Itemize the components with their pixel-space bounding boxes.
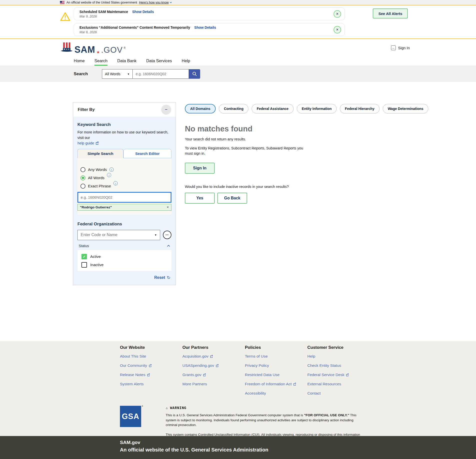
checkbox-active[interactable]: ✓ Active bbox=[81, 254, 167, 259]
footer-link-accessibility[interactable]: Accessibility bbox=[245, 391, 307, 396]
footer-link-foia[interactable]: Freedom of Information Act bbox=[245, 382, 307, 386]
info-icon[interactable]: i bbox=[109, 167, 114, 172]
alert-show-details-link[interactable]: Show Details bbox=[132, 10, 154, 14]
footer-link-about-this-site[interactable]: About This Site bbox=[120, 354, 182, 359]
radio-button[interactable] bbox=[80, 167, 85, 172]
warning-title: ⚠ WARNING bbox=[166, 406, 364, 410]
footer-link-columns: Our Website About This Site Our Communit… bbox=[120, 345, 476, 400]
federal-org-combobox[interactable]: Enter Code or Name ▼ bbox=[77, 230, 160, 240]
nav-item-search[interactable]: Search bbox=[94, 56, 107, 66]
info-icon[interactable]: i bbox=[107, 173, 111, 177]
footer-link-external-resources[interactable]: External Resources bbox=[307, 382, 370, 386]
footer-link-restricted-data-use[interactable]: Restricted Data Use bbox=[245, 373, 307, 377]
sign-in-button[interactable]: Sign In bbox=[185, 163, 215, 174]
radio-button-selected[interactable] bbox=[80, 175, 85, 180]
footer-link-system-alerts[interactable]: System Alerts bbox=[120, 382, 182, 386]
footer-col-customer-service: Customer Service Help Check Entity Statu… bbox=[307, 345, 370, 400]
external-link-icon bbox=[149, 364, 152, 367]
footer-link-privacy-policy[interactable]: Privacy Policy bbox=[245, 363, 307, 368]
logo-registered-mark: ® bbox=[124, 46, 125, 49]
footer-link-grants-gov[interactable]: Grants.gov bbox=[182, 373, 245, 377]
footer-heading: Our Partners bbox=[182, 345, 245, 350]
no-results-message: Your search did not return any results. bbox=[185, 137, 428, 141]
include-inactive-question: Would you like to include inactive recor… bbox=[185, 185, 428, 189]
pill-contracting[interactable]: Contracting bbox=[219, 104, 249, 113]
status-section-header[interactable]: Status bbox=[77, 244, 171, 248]
filter-collapse-button[interactable]: − bbox=[161, 105, 171, 115]
check-icon: ✓ bbox=[83, 255, 86, 259]
results-section: All Domains Contracting Federal Assistan… bbox=[185, 102, 428, 204]
checkbox-unchecked[interactable] bbox=[81, 262, 87, 268]
footer-link-federal-service-desk[interactable]: Federal Service Desk bbox=[307, 373, 370, 377]
footer-link-usaspending-gov[interactable]: USASpending.gov bbox=[182, 363, 245, 368]
alert-show-details-link[interactable]: Show Details bbox=[194, 25, 216, 29]
chip-remove-icon[interactable]: ✕ bbox=[167, 206, 169, 209]
footer-link-acquisition-gov[interactable]: Acquisition.gov bbox=[182, 354, 245, 359]
footer-heading: Our Website bbox=[120, 345, 182, 350]
info-icon[interactable]: i bbox=[113, 181, 118, 185]
sam-gov-logo[interactable]: SAM ★ .GOV ® bbox=[60, 42, 125, 54]
alert-title: Scheduled SAM Maintenance bbox=[79, 10, 128, 14]
dark-footer-subtitle: An official website of the U.S. General … bbox=[120, 447, 476, 453]
search-type-select[interactable]: All Words ▼ bbox=[102, 69, 133, 79]
chevron-up-icon bbox=[167, 245, 170, 247]
sign-in-required-message: To view Entity Registrations, Subcontrac… bbox=[185, 146, 310, 156]
nav-item-help[interactable]: Help bbox=[182, 56, 190, 66]
yes-button[interactable]: Yes bbox=[185, 193, 215, 204]
tab-search-editor[interactable]: Search Editor bbox=[123, 149, 171, 158]
search-bar: Search All Words ▼ bbox=[0, 66, 476, 82]
header-sign-in-link[interactable]: ← Sign In bbox=[391, 45, 410, 50]
warning-triangle-icon bbox=[60, 12, 70, 21]
checkbox-checked[interactable]: ✓ bbox=[81, 254, 87, 259]
footer-heading: Policies bbox=[245, 345, 307, 350]
footer-col-our-website: Our Website About This Site Our Communit… bbox=[120, 345, 182, 400]
select-caret-icon: ▼ bbox=[154, 234, 157, 236]
footer-heading: Customer Service bbox=[307, 345, 370, 350]
tab-simple-search[interactable]: Simple Search bbox=[77, 149, 123, 158]
reset-row: Reset ↻ bbox=[77, 275, 171, 280]
global-search-input[interactable] bbox=[133, 69, 189, 79]
radio-any-words[interactable]: Any Words i bbox=[80, 167, 171, 172]
radio-exact-phrase[interactable]: Exact Phrase i bbox=[80, 184, 171, 189]
pill-federal-hierarchy[interactable]: Federal Hierarchy bbox=[340, 104, 379, 113]
keyword-input[interactable] bbox=[77, 192, 171, 203]
select-caret-icon: ▼ bbox=[127, 73, 130, 75]
see-all-alerts-button[interactable]: See All Alerts bbox=[373, 8, 408, 18]
radio-all-words[interactable]: All Words i bbox=[80, 175, 171, 180]
nav-item-data-services[interactable]: Data Services bbox=[146, 56, 172, 66]
nav-item-data-bank[interactable]: Data Bank bbox=[117, 56, 136, 66]
pill-federal-assistance[interactable]: Federal Assistance bbox=[252, 104, 293, 113]
pill-entity-information[interactable]: Entity Information bbox=[297, 104, 337, 113]
pill-wage-determinations[interactable]: Wage Determinations bbox=[383, 104, 429, 113]
footer-link-help[interactable]: Help bbox=[307, 354, 370, 359]
alert-close-button[interactable]: ✕ bbox=[334, 26, 341, 33]
keyword-search-info: For more information on how to use our k… bbox=[77, 130, 171, 141]
external-link-icon bbox=[346, 373, 349, 376]
gov-banner-text: An official website of the United States… bbox=[66, 1, 137, 4]
footer-link-release-notes[interactable]: Release Notes bbox=[120, 373, 182, 377]
alert-close-button[interactable]: ✕ bbox=[334, 10, 341, 18]
nav-item-home[interactable]: Home bbox=[74, 56, 85, 66]
footer-link-check-entity-status[interactable]: Check Entity Status bbox=[307, 363, 370, 368]
federal-organizations-row: Enter Code or Name ▼ ••• bbox=[77, 230, 171, 240]
logo-text-gov: .GOV bbox=[101, 46, 123, 54]
simple-search-panel: Any Words i All Words i Exact Phrase i "… bbox=[77, 158, 171, 215]
keyword-chip-label: "Rodrigo Gutierrez" bbox=[80, 205, 112, 209]
help-guide-link[interactable]: help guide bbox=[77, 141, 99, 145]
how-you-know-link[interactable]: Here's how you know bbox=[139, 1, 172, 4]
pill-all-domains[interactable]: All Domains bbox=[185, 104, 216, 113]
external-link-icon bbox=[216, 364, 219, 367]
federal-organizations-heading: Federal Organizations bbox=[77, 222, 171, 227]
go-back-button[interactable]: Go Back bbox=[217, 193, 247, 204]
radio-button[interactable] bbox=[80, 184, 85, 189]
footer-link-terms-of-use[interactable]: Terms of Use bbox=[245, 354, 307, 359]
checkbox-inactive[interactable]: Inactive bbox=[81, 262, 167, 268]
reset-filters-link[interactable]: Reset bbox=[154, 275, 165, 280]
search-submit-button[interactable] bbox=[189, 69, 200, 79]
footer-link-more-partners[interactable]: More Partners bbox=[182, 382, 245, 386]
dark-footer: SAM.gov An official website of the U.S. … bbox=[0, 436, 476, 459]
federal-org-more-button[interactable]: ••• bbox=[163, 231, 171, 239]
footer-link-our-community[interactable]: Our Community bbox=[120, 363, 182, 368]
footer-link-contact[interactable]: Contact bbox=[307, 391, 370, 396]
gov-banner: An official website of the United States… bbox=[0, 0, 476, 5]
